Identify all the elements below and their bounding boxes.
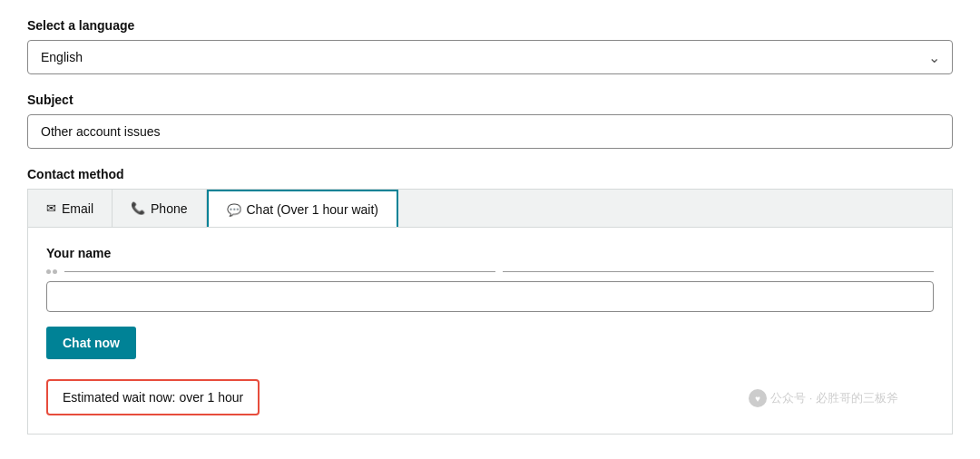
email-icon: ✉ (46, 201, 56, 215)
tab-phone[interactable]: 📞 Phone (113, 190, 206, 227)
language-select-wrapper: English Chinese French German Spanish ⌄ (27, 40, 953, 74)
name-dots (46, 269, 57, 274)
chat-now-button-wrapper: Chat now (46, 327, 934, 374)
tab-email-label: Email (62, 201, 93, 216)
subject-section: Subject (27, 93, 953, 149)
wechat-icon: ♥ (749, 389, 767, 407)
name-line-1 (64, 271, 495, 272)
subject-input[interactable] (27, 114, 953, 149)
tab-chat[interactable]: 💬 Chat (Over 1 hour wait) (207, 190, 399, 228)
phone-icon: 📞 (131, 201, 145, 215)
dot-2 (53, 269, 57, 274)
language-select[interactable]: English Chinese French German Spanish (27, 40, 953, 74)
subject-label: Subject (27, 93, 953, 107)
contact-method-tabs: ✉ Email 📞 Phone 💬 Chat (Over 1 hour wait… (27, 189, 953, 228)
name-prefill-visual (46, 269, 934, 274)
tab-phone-label: Phone (151, 201, 187, 216)
name-input[interactable] (46, 281, 934, 312)
your-name-label: Your name (46, 246, 934, 260)
language-label: Select a language (27, 18, 953, 33)
chat-icon: 💬 (227, 203, 241, 217)
watermark-text: 公众号 · 必胜哥的三板斧 (770, 390, 898, 406)
wait-notice: Estimated wait now: over 1 hour (46, 379, 260, 415)
language-section: Select a language English Chinese French… (27, 18, 953, 74)
chat-now-button[interactable]: Chat now (46, 327, 136, 359)
tab-email[interactable]: ✉ Email (28, 190, 113, 227)
contact-method-label: Contact method (27, 167, 953, 181)
watermark: ♥ 公众号 · 必胜哥的三板斧 (749, 389, 898, 407)
tab-chat-label: Chat (Over 1 hour wait) (247, 202, 379, 217)
name-line-2 (503, 271, 934, 272)
dot-1 (46, 269, 51, 274)
